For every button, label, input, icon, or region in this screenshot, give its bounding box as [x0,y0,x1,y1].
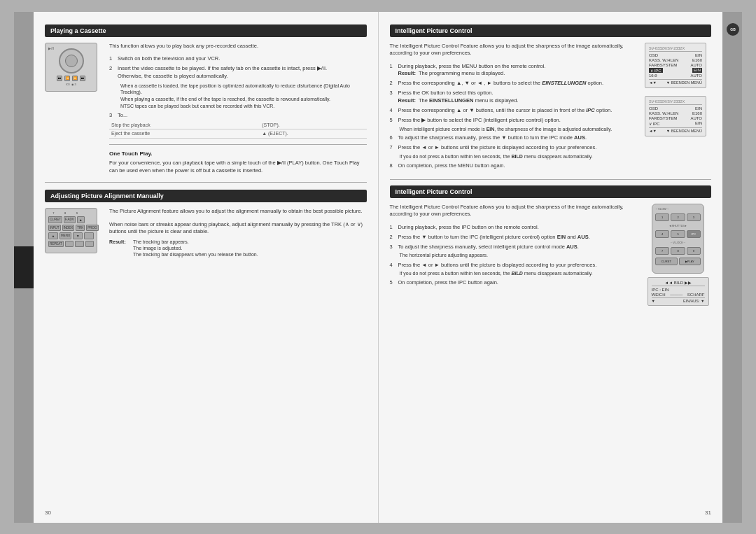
remote-control-illustration: ←SLOW→ 1 2 3 ◄SHUTTLE► 4 [652,204,704,274]
bild-display: ◄◄ BILD ▶▶ IPC : EIN WEICH ——— SCHARF ▼ … [648,277,709,306]
ipc1-step7: 7 Press the ◄ or ► buttons until the pic… [390,144,640,160]
vcr-dial [59,48,84,73]
page-spread: Playing a Cassette ▶/II ⏮ ⏪ ⏩ ⏭ [14,12,742,523]
left-page: Playing a Cassette ▶/II ⏮ ⏪ ⏩ ⏭ [34,12,379,523]
ipc1-step1: 1 During playback, press the MENU button… [390,63,640,78]
ipc1-step2: 2 Press the corresponding ▲, ▼ or ◄ , ► … [390,80,640,87]
page-number-left: 30 [45,510,51,516]
osd-display-2: SV-6332X/SV-2332X OSDEIN KASS. W.HLENE16… [645,96,706,136]
page-number-right: 31 [705,510,711,516]
ipc1-step6: 6 To adjust the sharpness manually, pres… [390,134,640,142]
gb-badge: GB [727,23,739,36]
right-sidebar: GB [722,12,742,523]
ipc2-step5: 5 On completion, press the IPC button ag… [390,279,640,287]
section-ipc2: Intelligent Picture Control The Intellig… [390,185,712,310]
section2-step1: When noise bars or streaks appear during… [109,221,367,237]
ipc1-title: Intelligent Picture Control [396,27,472,34]
ipc1-steps: 1 During playback, press the MENU button… [390,63,640,170]
ipc2-steps: 1 During playback, press the IPC button … [390,224,640,287]
ipc2-header: Intelligent Picture Control [390,185,712,198]
ipc2-title: Intelligent Picture Control [396,188,472,195]
section-playing-cassette: Playing a Cassette ▶/II ⏮ ⏪ ⏩ ⏭ [45,24,367,176]
section2-intro: The Picture Alignment feature allows you… [109,208,367,216]
step-3: 3 To... Stop the playback(STOP). Eject t… [109,112,367,139]
section-ipc1: Intelligent Picture Control The Intellig… [390,24,712,172]
result-rows: Result: The tracking bar appears. The im… [109,239,367,257]
ipc1-step5: 5 Press the ▶ button to select the IPC (… [390,117,640,133]
ipc2-step1: 1 During playback, press the IPC button … [390,224,640,232]
ipc2-step4: 4 Press the ◄ or ► buttons until the pic… [390,262,640,278]
vcr-device-illustration: ▶/II ⏮ ⏪ ⏩ ⏭ IOI ◉ 3 [45,43,97,92]
ipc2-step3: 3 To adjust the sharpness manually, sele… [390,244,640,260]
one-touch-play-text: For your convenience, you can playback t… [109,160,367,175]
section1-steps: 1 Switch on both the television and your… [109,55,367,139]
ipc1-step3: 3 Press the OK button to select this opt… [390,90,640,105]
section1-header: Playing a Cassette [45,24,367,37]
osd-display-1: SV-6332X/SV-2332X OSDEIN KASS. W.HLENE16… [645,43,706,88]
step-2: 2 Insert the video cassette to be played… [109,65,367,110]
ipc1-step4: 4 Press the corresponding ▲ or ▼ buttons… [390,107,640,115]
ipc1-header: Intelligent Picture Control [390,24,712,37]
ipc1-step8: 8 On completion, press the MENU button a… [390,162,640,170]
ipc2-intro: The Intelligent Picture Control Feature … [390,204,640,218]
one-touch-play-title: One Touch Play. [109,150,367,157]
section1-intro: This function allows you to play back an… [109,43,367,50]
section2-header: Adjusting Picture Alignment Manually [45,190,367,202]
steps-table: Stop the playback(STOP). Eject the casse… [109,121,367,139]
vcr-controls-illustration: 7 8 9 CL/RET F.ADV ▲ INPUT [45,208,97,253]
section2-title: Adjusting Picture Alignment Manually [50,192,164,199]
ipc2-step2: 2 Press the ▼ button to turn the IPC (in… [390,234,640,241]
left-sidebar [14,12,34,523]
right-page: Intelligent Picture Control The Intellig… [379,12,723,523]
section-adjusting-picture: Adjusting Picture Alignment Manually 7 8… [45,190,367,258]
section1-title: Playing a Cassette [50,27,106,34]
step-1: 1 Switch on both the television and your… [109,55,367,63]
ipc1-intro: The Intelligent Picture Control Feature … [390,43,640,57]
